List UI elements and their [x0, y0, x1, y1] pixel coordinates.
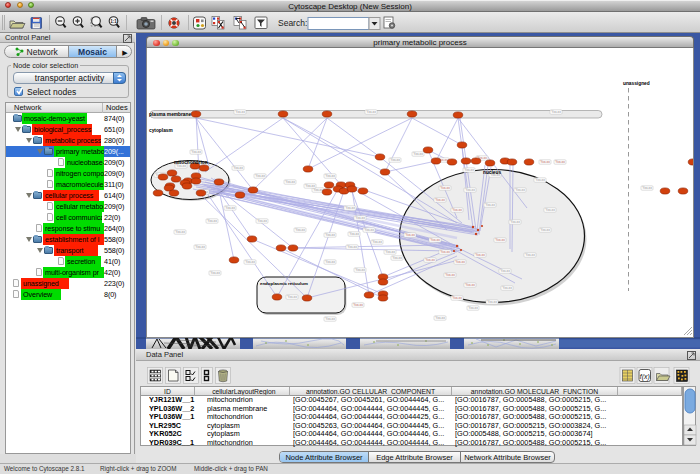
svg-text:Yxx-xx: Yxx-xx [345, 206, 355, 210]
svg-text:Yxx-xx: Yxx-xx [440, 250, 450, 254]
svg-text:Yxx-xx: Yxx-xx [235, 110, 245, 114]
svg-text:endoplasmic reticulum: endoplasmic reticulum [260, 281, 308, 286]
svg-text:Yxx-xx: Yxx-xx [435, 316, 445, 320]
svg-text:Yxx-xx: Yxx-xx [305, 184, 315, 188]
svg-text:Yxx-xx: Yxx-xx [540, 160, 550, 164]
svg-text:nucleus: nucleus [483, 170, 501, 175]
svg-text:Yxx-xx: Yxx-xx [425, 258, 435, 262]
svg-text:Yxx-xx: Yxx-xx [349, 232, 359, 236]
svg-text:Yxx-xx: Yxx-xx [390, 158, 400, 162]
svg-text:cytoplasm: cytoplasm [149, 128, 173, 133]
svg-text:Yxx-xx: Yxx-xx [255, 174, 265, 178]
svg-text:Yxx-xx: Yxx-xx [325, 233, 335, 237]
svg-text:Yxx-xx: Yxx-xx [475, 253, 485, 257]
svg-text:Yxx-xx: Yxx-xx [191, 150, 201, 154]
svg-text:Yxx-xx: Yxx-xx [210, 271, 220, 275]
svg-text:Yxx-xx: Yxx-xx [287, 295, 297, 299]
svg-text:Yxx-xx: Yxx-xx [355, 268, 365, 272]
svg-text:1:1: 1:1 [110, 19, 117, 24]
svg-text:Yxx-xx: Yxx-xx [285, 180, 295, 184]
svg-text:Yxx-xx: Yxx-xx [347, 245, 357, 249]
svg-text:Search:: Search: [278, 18, 307, 28]
svg-text:Yxx-xx: Yxx-xx [245, 260, 255, 264]
svg-text:mitochondrion: mitochondrion [174, 160, 208, 165]
svg-text:f(x): f(x) [640, 373, 650, 381]
svg-text:Yxx-xx: Yxx-xx [502, 286, 512, 290]
svg-text:Yxx-xx: Yxx-xx [455, 260, 465, 264]
svg-text:Yxx-xx: Yxx-xx [313, 188, 323, 192]
svg-text:Yxx-xx: Yxx-xx [555, 160, 565, 164]
svg-text:Yxx-xx: Yxx-xx [500, 269, 510, 273]
svg-text:Yxx-xx: Yxx-xx [452, 296, 462, 300]
svg-text:Yxx-xx: Yxx-xx [366, 110, 376, 114]
svg-text:Yxx-xx: Yxx-xx [468, 306, 478, 310]
svg-text:Yxx-xx: Yxx-xx [642, 186, 652, 190]
svg-text:Yxx-xx: Yxx-xx [525, 253, 535, 257]
svg-text:Yxx-xx: Yxx-xx [485, 203, 495, 207]
svg-text:Yxx-xx: Yxx-xx [452, 208, 462, 212]
svg-text:Yxx-xx: Yxx-xx [487, 300, 497, 304]
svg-text:Yxx-xx: Yxx-xx [430, 238, 440, 242]
svg-text:Yxx-xx: Yxx-xx [372, 240, 382, 244]
svg-text:Yxx-xx: Yxx-xx [545, 208, 555, 212]
svg-text:Yxx-xx: Yxx-xx [465, 188, 475, 192]
svg-text:Yxx-xx: Yxx-xx [325, 317, 335, 321]
svg-text:Yxx-xx: Yxx-xx [465, 283, 475, 287]
svg-text:Yxx-xx: Yxx-xx [435, 198, 445, 202]
svg-text:Yxx-xx: Yxx-xx [413, 152, 423, 156]
svg-text:Yxx-xx: Yxx-xx [440, 186, 450, 190]
svg-text:Yxx-xx: Yxx-xx [355, 216, 365, 220]
svg-text:Yxx-xx: Yxx-xx [175, 230, 185, 234]
svg-text:Yxx-xx: Yxx-xx [325, 174, 335, 178]
svg-text:Yxx-xx: Yxx-xx [535, 178, 545, 182]
svg-text:Yxx-xx: Yxx-xx [445, 273, 455, 277]
svg-text:Yxx-xx: Yxx-xx [207, 219, 217, 223]
svg-text:Yxx-xx: Yxx-xx [325, 260, 335, 264]
svg-text:Yxx-xx: Yxx-xx [551, 110, 561, 114]
svg-text:Yxx-xx: Yxx-xx [392, 256, 402, 260]
svg-text:Yxx-xx: Yxx-xx [405, 233, 415, 237]
svg-text:Yxx-xx: Yxx-xx [225, 206, 235, 210]
svg-text:unassigned: unassigned [623, 81, 650, 86]
svg-text:Yxx-xx: Yxx-xx [540, 228, 550, 232]
svg-text:Yxx-xx: Yxx-xx [515, 188, 525, 192]
svg-text:Yxx-xx: Yxx-xx [364, 228, 374, 232]
svg-text:Yxx-xx: Yxx-xx [195, 245, 205, 249]
svg-text:Yxx-xx: Yxx-xx [510, 220, 520, 224]
svg-text:Yxx-xx: Yxx-xx [464, 168, 474, 172]
svg-text:Yxx-xx: Yxx-xx [495, 238, 505, 242]
svg-text:Yxx-xx: Yxx-xx [257, 219, 267, 223]
svg-text:Yxx-xx: Yxx-xx [233, 166, 243, 170]
svg-text:Yxx-xx: Yxx-xx [295, 228, 305, 232]
svg-text:plasma membrane: plasma membrane [149, 112, 191, 117]
svg-text:Yxx-xx: Yxx-xx [353, 303, 363, 307]
svg-text:Yxx-xx: Yxx-xx [385, 250, 395, 254]
